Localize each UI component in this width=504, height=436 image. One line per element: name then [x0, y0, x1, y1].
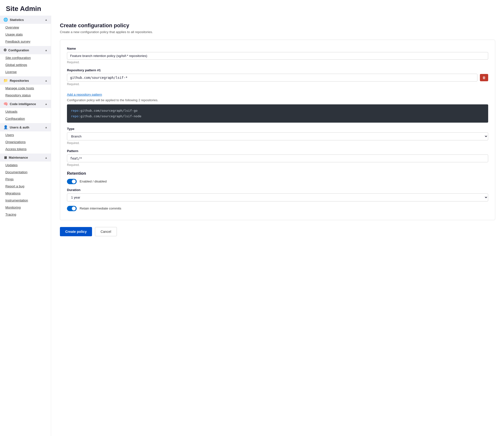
code-intelligence-icon: 🧠: [3, 102, 8, 106]
repositories-chevron: ▲: [45, 79, 47, 82]
trash-icon: 🗑: [482, 76, 486, 80]
sidebar-item-pings[interactable]: Pings: [0, 176, 51, 183]
repositories-label: Repositories: [10, 79, 29, 82]
sidebar-section-header-configuration[interactable]: ⚙ Configuration ▲: [0, 46, 51, 54]
repo-name: github.com/sourcegraph/lsif-node: [80, 114, 141, 118]
type-select[interactable]: BranchTagCommit: [67, 132, 488, 140]
sidebar-section-statistics: 🌐 Statistics ▲ OverviewUsage statsFeedba…: [0, 16, 51, 45]
sidebar-item-monitoring[interactable]: Monitoring: [0, 204, 51, 211]
cancel-button[interactable]: Cancel: [95, 227, 117, 236]
sidebar-item-license[interactable]: License: [0, 68, 51, 75]
retention-toggle[interactable]: [67, 179, 77, 184]
form-title: Create configuration policy: [60, 22, 495, 29]
sidebar-item-access-tokens[interactable]: Access tokens: [0, 145, 51, 153]
type-label: Type: [67, 127, 488, 131]
page-title: Site Admin: [0, 0, 504, 16]
delete-pattern-button[interactable]: 🗑: [480, 74, 488, 81]
sidebar-item-report-a-bug[interactable]: Report a bug: [0, 183, 51, 190]
policy-applies-text: Configuration policy will be applied to …: [67, 98, 488, 102]
users-auth-icon: 👤: [3, 125, 8, 129]
pattern-label: Pattern: [67, 149, 488, 153]
add-pattern-link[interactable]: Add a repository pattern: [67, 93, 102, 96]
retain-commits-slider: [67, 206, 77, 211]
name-input[interactable]: [67, 52, 488, 60]
sidebar-item-uploads[interactable]: Uploads: [0, 108, 51, 115]
sidebar-section-header-code-intelligence[interactable]: 🧠 Code intelligence ▲: [0, 100, 51, 108]
retention-toggle-label: Enabled / disabled: [80, 180, 107, 183]
repo-list-item: repo:github.com/sourcegraph/lsif-node: [71, 113, 484, 119]
sidebar-item-overview[interactable]: Overview: [0, 24, 51, 31]
repo-pattern-required: Required.: [67, 82, 488, 86]
action-row: Create policy Cancel: [60, 227, 495, 236]
name-group: Name Required.: [67, 47, 488, 64]
sidebar-section-code-intelligence: 🧠 Code intelligence ▲ UploadsConfigurati…: [0, 100, 51, 122]
sidebar-item-organizations[interactable]: Organizations: [0, 138, 51, 145]
sidebar-section-users-auth: 👤 Users & auth ▲ UsersOrganizationsAcces…: [0, 123, 51, 153]
retention-slider: [67, 179, 77, 184]
users-auth-chevron: ▲: [45, 126, 47, 129]
sidebar-item-site-configuration[interactable]: Site configuration: [0, 54, 51, 61]
pattern-input[interactable]: [67, 154, 488, 162]
duration-select[interactable]: 1 year6 months3 months1 month1 week: [67, 193, 488, 201]
main-content: Create configuration policy Create a new…: [51, 16, 504, 436]
maintenance-label: Maintenance: [9, 156, 28, 159]
sidebar-item-documentation[interactable]: Documentation: [0, 169, 51, 176]
sidebar-section-configuration: ⚙ Configuration ▲ Site configurationGlob…: [0, 46, 51, 75]
name-label: Name: [67, 47, 488, 50]
sidebar-item-updates[interactable]: Updates: [0, 162, 51, 169]
sidebar-item-usage-stats[interactable]: Usage stats: [0, 31, 51, 38]
form-subtitle: Create a new configuration policy that a…: [60, 30, 495, 34]
retain-commits-row: Retain intermediate commits: [67, 206, 488, 211]
code-intelligence-label: Code intelligence: [10, 102, 36, 106]
maintenance-chevron: ▲: [45, 156, 47, 159]
statistics-label: Statistics: [10, 18, 24, 22]
users-auth-label: Users & auth: [10, 126, 29, 129]
repo-name: github.com/sourcegraph/lsif-go: [80, 109, 138, 112]
code-intelligence-chevron: ▲: [45, 102, 47, 105]
sidebar-item-configuration-ci[interactable]: Configuration: [0, 115, 51, 122]
duration-group: Duration 1 year6 months3 months1 month1 …: [67, 188, 488, 201]
type-required: Required.: [67, 141, 488, 145]
pattern-group: Pattern Required.: [67, 149, 488, 167]
repo-pattern-label: Repository pattern #1: [67, 68, 488, 72]
sidebar-section-header-users-auth[interactable]: 👤 Users & auth ▲: [0, 123, 51, 131]
sidebar-item-repository-status[interactable]: Repository status: [0, 92, 51, 99]
repo-prefix: repo:: [71, 114, 80, 118]
sidebar-item-manage-code-hosts[interactable]: Manage code hosts: [0, 85, 51, 92]
repo-prefix: repo:: [71, 109, 80, 112]
type-group: Type BranchTagCommit Required.: [67, 127, 488, 145]
sidebar-item-global-settings[interactable]: Global settings: [0, 61, 51, 68]
repositories-icon: 📁: [3, 78, 8, 83]
configuration-icon: ⚙: [3, 48, 7, 52]
repo-pattern-group: Repository pattern #1 🗑 Required.: [67, 68, 488, 86]
repo-list-box: repo:github.com/sourcegraph/lsif-gorepo:…: [67, 104, 488, 123]
sidebar-section-header-maintenance[interactable]: 🖥 Maintenance ▲: [0, 154, 51, 162]
repo-pattern-input[interactable]: [67, 74, 477, 82]
sidebar-section-repositories: 📁 Repositories ▲ Manage code hostsReposi…: [0, 76, 51, 99]
configuration-chevron: ▲: [45, 49, 47, 52]
sidebar-item-feedback-survey[interactable]: Feedback survey: [0, 38, 51, 45]
repo-list-item: repo:github.com/sourcegraph/lsif-go: [71, 108, 484, 113]
sidebar-section-header-statistics[interactable]: 🌐 Statistics ▲: [0, 16, 51, 24]
retention-heading: Retention: [67, 171, 488, 176]
sidebar-section-header-repositories[interactable]: 📁 Repositories ▲: [0, 76, 51, 85]
form-card: Name Required. Repository pattern #1 🗑 R…: [60, 40, 495, 220]
sidebar-item-users[interactable]: Users: [0, 131, 51, 138]
sidebar-section-maintenance: 🖥 Maintenance ▲ UpdatesDocumentationPing…: [0, 154, 51, 218]
statistics-icon: 🌐: [3, 18, 8, 22]
sidebar-item-migrations[interactable]: Migrations: [0, 190, 51, 197]
retain-commits-label: Retain intermediate commits: [80, 207, 121, 210]
retain-commits-toggle[interactable]: [67, 206, 77, 211]
pattern-row: 🗑: [67, 74, 488, 82]
retention-toggle-row: Enabled / disabled: [67, 179, 488, 184]
sidebar-item-tracing[interactable]: Tracing: [0, 211, 51, 218]
create-policy-button[interactable]: Create policy: [60, 227, 92, 236]
sidebar: 🌐 Statistics ▲ OverviewUsage statsFeedba…: [0, 16, 51, 436]
sidebar-item-instrumentation[interactable]: Instrumentation: [0, 197, 51, 204]
configuration-label: Configuration: [8, 48, 29, 52]
statistics-chevron: ▲: [45, 18, 47, 21]
maintenance-icon: 🖥: [3, 155, 7, 160]
pattern-required: Required.: [67, 163, 488, 167]
duration-label: Duration: [67, 188, 488, 192]
name-required: Required.: [67, 61, 488, 64]
